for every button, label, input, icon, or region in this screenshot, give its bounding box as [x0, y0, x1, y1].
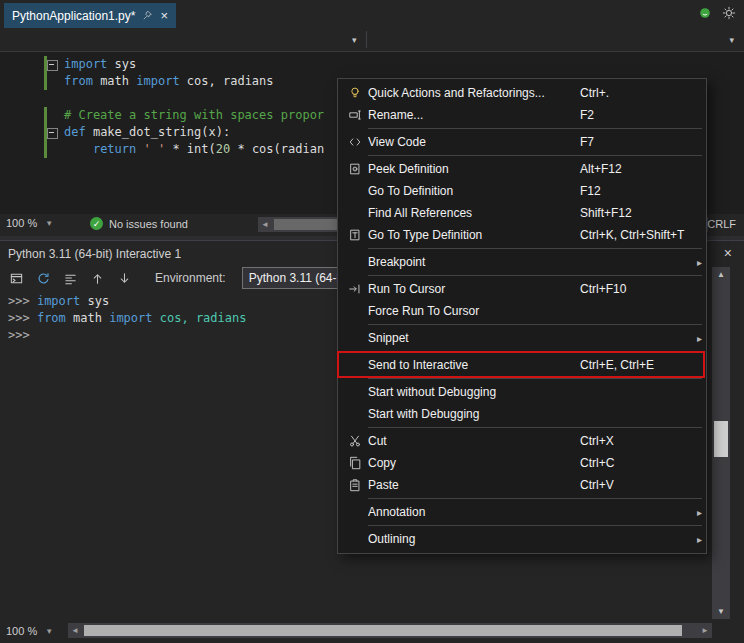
- menu-item-snippet[interactable]: Snippet▸: [338, 327, 706, 349]
- context-menu: Quick Actions and Refactorings...Ctrl+.R…: [337, 78, 707, 554]
- menu-item-label: Go To Definition: [368, 184, 580, 198]
- menu-item-label: Paste: [368, 478, 580, 492]
- code-token: >>>: [8, 311, 37, 325]
- menu-item-start-with-debugging[interactable]: Start with Debugging: [338, 403, 706, 425]
- scrollbar-thumb[interactable]: [84, 625, 682, 636]
- editor-zoom-dropdown[interactable]: 100 % ▼: [6, 217, 53, 229]
- issues-text: No issues found: [109, 218, 188, 230]
- menu-item-view-code[interactable]: View CodeF7: [338, 131, 706, 153]
- menu-separator: [368, 275, 702, 276]
- code-line: import sys: [64, 56, 324, 73]
- scroll-up-icon[interactable]: ▲: [712, 270, 730, 279]
- tab-close-icon[interactable]: ×: [160, 9, 168, 22]
- code-line: from math import cos, radians: [64, 73, 324, 90]
- issues-indicator[interactable]: ✓ No issues found: [90, 217, 188, 230]
- cut-icon: [342, 434, 368, 448]
- menu-item-outlining[interactable]: Outlining▸: [338, 528, 706, 550]
- menu-item-send-to-interactive[interactable]: Send to InteractiveCtrl+E, Ctrl+E: [338, 354, 706, 376]
- menu-item-cut[interactable]: CutCtrl+X: [338, 430, 706, 452]
- close-icon[interactable]: ×: [724, 245, 732, 261]
- menu-item-breakpoint[interactable]: Breakpoint▸: [338, 251, 706, 273]
- code-token: * cos(radian: [230, 142, 324, 156]
- menu-item-shortcut: Shift+F12: [580, 206, 690, 220]
- feedback-icon[interactable]: [698, 6, 712, 20]
- scroll-right-icon[interactable]: ►: [701, 626, 709, 635]
- document-tab-bar: PythonApplication1.py* ×: [0, 0, 744, 28]
- menu-item-find-all-references[interactable]: Find All ReferencesShift+F12: [338, 202, 706, 224]
- reset-session-icon[interactable]: [35, 270, 52, 287]
- menu-item-annotation[interactable]: Annotation▸: [338, 501, 706, 523]
- navigation-dropdown-member[interactable]: ▾: [367, 28, 744, 51]
- settings-gear-icon[interactable]: [722, 6, 736, 20]
- code-token: import: [109, 311, 152, 325]
- interactive-window-title: Python 3.11 (64-bit) Interactive 1: [8, 247, 181, 261]
- menu-item-label: Cut: [368, 434, 580, 448]
- history-previous-icon[interactable]: [89, 270, 106, 287]
- submenu-arrow-icon: ▸: [690, 333, 704, 344]
- code-token: 20: [216, 142, 230, 156]
- menu-item-run-to-cursor[interactable]: Run To CursorCtrl+F10: [338, 278, 706, 300]
- scroll-left-icon[interactable]: ◄: [261, 220, 269, 229]
- tab-bar-right-icons: [698, 6, 736, 20]
- menu-item-shortcut: Ctrl+F10: [580, 282, 690, 296]
- interactive-vertical-scrollbar[interactable]: ▲ ▼: [712, 267, 730, 619]
- menu-item-copy[interactable]: CopyCtrl+C: [338, 452, 706, 474]
- menu-item-paste[interactable]: PasteCtrl+V: [338, 474, 706, 496]
- menu-item-label: Copy: [368, 456, 580, 470]
- code-token: math: [93, 74, 136, 88]
- menu-item-label: Rename...: [368, 108, 580, 122]
- zoom-value: 100 %: [6, 217, 37, 229]
- submenu-arrow-icon: ▸: [690, 507, 704, 518]
- scroll-down-icon[interactable]: ▼: [712, 607, 730, 616]
- code-token: [136, 142, 143, 156]
- menu-item-go-to-type-definition[interactable]: Go To Type DefinitionCtrl+K, Ctrl+Shift+…: [338, 224, 706, 246]
- code-token: from: [37, 311, 66, 325]
- menu-item-force-run-to-cursor[interactable]: Force Run To Cursor: [338, 300, 706, 322]
- code-token: import: [136, 74, 179, 88]
- menu-item-start-without-debugging[interactable]: Start without Debugging: [338, 381, 706, 403]
- interactive-output[interactable]: >>> import sys>>> from math import cos, …: [8, 293, 246, 344]
- navigation-bar: ▾ ▾: [0, 28, 744, 52]
- zoom-value: 100 %: [6, 625, 37, 637]
- tab-pythonapplication1[interactable]: PythonApplication1.py* ×: [4, 3, 176, 28]
- menu-separator: [368, 427, 702, 428]
- menu-item-quick-actions-and-refactorings[interactable]: Quick Actions and Refactorings...Ctrl+.: [338, 82, 706, 104]
- code-token: sys: [107, 57, 136, 71]
- code-token: cos, radians: [180, 74, 274, 88]
- lightbulb-icon: [342, 86, 368, 100]
- code-line: >>> from math import cos, radians: [8, 310, 246, 327]
- visual-studio-window: PythonApplication1.py* × ▾ ▾ import sysf…: [0, 0, 744, 643]
- clear-screen-icon[interactable]: [62, 270, 79, 287]
- fold-collapse-box[interactable]: [47, 128, 58, 139]
- menu-item-label: Start with Debugging: [368, 407, 580, 421]
- history-next-icon[interactable]: [116, 270, 133, 287]
- menu-item-label: View Code: [368, 135, 580, 149]
- code-token: import: [64, 57, 107, 71]
- scroll-left-icon[interactable]: ◄: [71, 626, 79, 635]
- menu-item-label: Start without Debugging: [368, 385, 580, 399]
- chevron-down-icon: ▾: [352, 35, 357, 45]
- repl-window-icon[interactable]: [8, 270, 25, 287]
- menu-item-shortcut: Ctrl+C: [580, 456, 690, 470]
- code-line: >>> import sys: [8, 293, 246, 310]
- interactive-zoom-dropdown[interactable]: 100 % ▼: [6, 625, 53, 637]
- menu-item-shortcut: Ctrl+V: [580, 478, 690, 492]
- fold-collapse-box[interactable]: [47, 60, 58, 71]
- menu-item-label: Snippet: [368, 331, 580, 345]
- menu-item-rename[interactable]: Rename...F2: [338, 104, 706, 126]
- code-token: sys: [80, 294, 109, 308]
- menu-item-label: Send to Interactive: [368, 358, 580, 372]
- environment-label: Environment:: [155, 271, 226, 285]
- interactive-toolbar: Environment: Python 3.11 (64-bit): [8, 267, 368, 289]
- pin-icon[interactable]: [142, 10, 153, 21]
- interactive-horizontal-scrollbar[interactable]: ◄ ►: [68, 623, 712, 638]
- copy-icon: [342, 456, 368, 470]
- code-token: ' ': [144, 142, 166, 156]
- menu-item-shortcut: F12: [580, 184, 690, 198]
- interactive-bottom-bar: 100 % ▼ ◄ ►: [0, 621, 744, 643]
- menu-item-go-to-definition[interactable]: Go To DefinitionF12: [338, 180, 706, 202]
- scrollbar-thumb[interactable]: [714, 421, 728, 457]
- view-code-icon: [342, 135, 368, 149]
- menu-item-peek-definition[interactable]: Peek DefinitionAlt+F12: [338, 158, 706, 180]
- navigation-dropdown-project[interactable]: ▾: [0, 28, 366, 51]
